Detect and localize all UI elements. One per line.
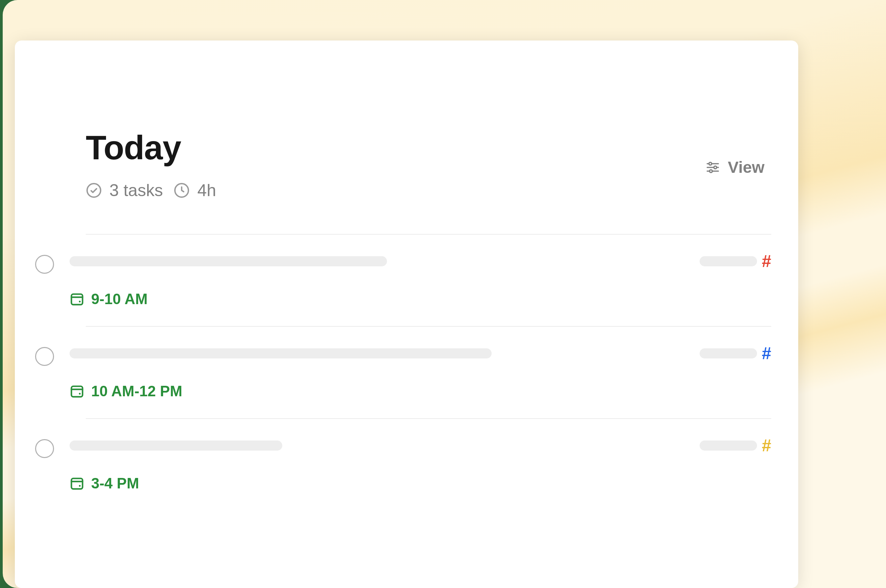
hash-icon: # [762,437,771,454]
task-time-label: 3-4 PM [91,475,139,492]
task-content: # 9-10 AM [69,253,771,308]
task-time-label: 9-10 AM [91,291,147,308]
task-list: # 9-10 AM [86,234,771,510]
svg-point-13 [79,393,81,394]
svg-point-7 [710,170,712,172]
total-duration: 4h [174,181,216,200]
header-meta: 3 tasks 4h [86,181,771,200]
task-time[interactable]: 3-4 PM [69,475,139,492]
task-content: # 10 AM-12 PM [69,345,771,400]
tasks-count: 3 tasks [86,181,163,200]
header: Today 3 tasks 4h [86,128,771,200]
task-row[interactable]: # 3-4 PM [86,419,771,510]
svg-point-6 [714,166,717,168]
svg-point-0 [87,184,101,197]
sliders-icon [705,160,720,175]
task-checkbox[interactable] [35,255,54,274]
task-time[interactable]: 10 AM-12 PM [69,383,182,400]
calendar-today-icon [69,476,84,491]
task-time[interactable]: 9-10 AM [69,291,147,308]
svg-rect-11 [72,386,83,397]
task-checkbox[interactable] [35,347,54,366]
background-panel: Today 3 tasks 4h [3,0,886,588]
svg-rect-8 [72,294,83,304]
project-name-placeholder [700,256,757,266]
task-time-label: 10 AM-12 PM [91,383,182,400]
task-title-placeholder [69,348,492,358]
page-title: Today [86,128,771,167]
task-checkbox[interactable] [35,439,54,458]
svg-point-16 [79,485,81,487]
tasks-count-label: 3 tasks [110,181,163,200]
hash-icon: # [762,253,771,270]
hash-icon: # [762,345,771,362]
calendar-today-icon [69,292,84,306]
calendar-today-icon [69,384,84,399]
svg-point-10 [79,301,81,303]
task-content: # 3-4 PM [69,437,771,492]
task-row[interactable]: # 10 AM-12 PM [86,327,771,418]
duration-label: 4h [197,181,216,200]
task-project-tag[interactable]: # [700,345,771,362]
task-project-tag[interactable]: # [700,437,771,454]
task-project-tag[interactable]: # [700,253,771,270]
today-card: Today 3 tasks 4h [15,40,798,588]
clock-icon [174,182,190,198]
view-button[interactable]: View [705,158,764,177]
view-button-label: View [728,158,764,177]
svg-point-5 [709,162,712,165]
project-name-placeholder [700,348,757,358]
project-name-placeholder [700,441,757,451]
check-circle-icon [86,182,102,198]
task-title-placeholder [69,256,387,266]
svg-rect-14 [72,478,83,489]
task-title-placeholder [69,441,282,451]
task-row[interactable]: # 9-10 AM [86,235,771,326]
